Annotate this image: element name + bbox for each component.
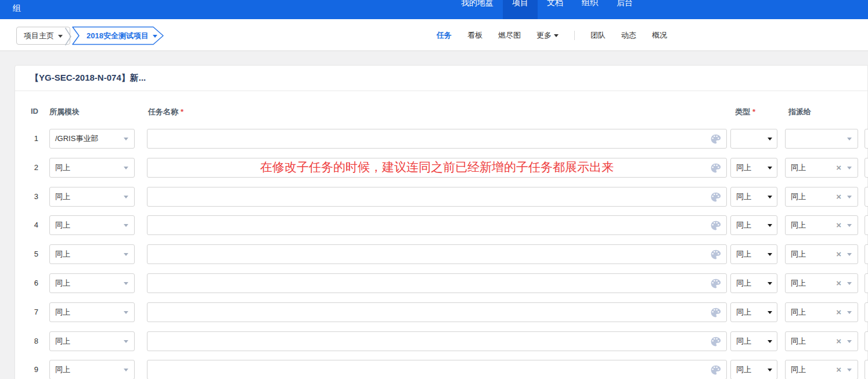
type-select[interactable]: 同上	[730, 244, 777, 264]
type-select[interactable]: 同上	[730, 158, 777, 178]
module-select[interactable]: 同上	[49, 187, 135, 207]
type-select-value: 同上	[736, 274, 751, 293]
color-palette-icon[interactable]	[709, 335, 722, 348]
nav-item-label: 项目	[512, 0, 528, 12]
nav-item-4[interactable]: 后台	[607, 0, 642, 19]
clipped-next-column-field[interactable]	[865, 360, 868, 379]
color-palette-icon[interactable]	[709, 219, 722, 232]
clear-icon[interactable]: ×	[836, 245, 841, 264]
breadcrumb-project-chip[interactable]: 2018安全测试项目	[71, 26, 165, 45]
type-select[interactable]: 同上	[730, 215, 777, 235]
assignee-select[interactable]: 同上×	[785, 331, 858, 351]
task-name-input[interactable]	[147, 273, 727, 293]
task-name-input[interactable]	[147, 331, 727, 351]
chevron-down-icon	[124, 282, 128, 285]
clear-icon[interactable]: ×	[836, 216, 841, 234]
tab-secondary-0[interactable]: 团队	[590, 30, 606, 41]
type-select[interactable]: 同上	[730, 273, 777, 293]
color-palette-icon[interactable]	[709, 133, 722, 145]
color-palette-icon[interactable]	[709, 306, 722, 319]
type-select[interactable]: 同上	[730, 331, 777, 351]
project-tabs: 任务看板燃尽图更多团队动态概况	[437, 19, 667, 51]
tab-primary-3[interactable]: 更多	[536, 30, 559, 41]
clipped-next-column-field[interactable]	[865, 187, 868, 207]
tab-secondary-1[interactable]: 动态	[621, 30, 636, 41]
clipped-next-column-field[interactable]	[865, 302, 868, 322]
tab-primary-0[interactable]: 任务	[437, 30, 452, 41]
task-name-input[interactable]	[147, 215, 727, 235]
type-select-value: 同上	[736, 245, 751, 264]
task-name-input[interactable]	[147, 244, 727, 264]
module-select-value: 同上	[55, 303, 70, 322]
type-select[interactable]: 同上	[730, 302, 777, 322]
chevron-down-icon	[847, 196, 852, 198]
assignee-select-value: 同上	[791, 332, 806, 351]
clear-icon[interactable]: ×	[836, 360, 841, 379]
tab-label: 燃尽图	[498, 31, 521, 39]
assignee-select[interactable]: 同上×	[785, 302, 858, 322]
clipped-next-column-field[interactable]	[865, 129, 868, 149]
assignee-select[interactable]: 同上×	[785, 360, 858, 379]
chevron-down-icon	[768, 340, 772, 343]
nav-item-3[interactable]: 组织	[572, 0, 607, 19]
clipped-next-column-field[interactable]	[865, 215, 868, 235]
color-palette-icon[interactable]	[709, 364, 722, 376]
breadcrumb-home-button[interactable]: 项目主页	[16, 27, 70, 45]
tab-primary-2[interactable]: 燃尽图	[498, 30, 521, 41]
type-select[interactable]: 同上	[730, 187, 777, 207]
chevron-down-icon	[124, 340, 128, 343]
task-row-id: 6	[26, 273, 38, 293]
assignee-select[interactable]: 同上×	[785, 273, 858, 293]
module-select[interactable]: 同上	[49, 302, 135, 322]
chevron-down-icon	[847, 311, 852, 314]
module-select[interactable]: 同上	[49, 360, 135, 379]
column-header-assignee: 指派给	[788, 107, 811, 117]
type-select[interactable]	[730, 129, 777, 149]
assignee-select[interactable]: 同上×	[785, 244, 858, 264]
color-palette-icon[interactable]	[709, 162, 722, 174]
type-select[interactable]: 同上	[730, 360, 777, 379]
module-select[interactable]: 同上	[49, 215, 135, 235]
chevron-down-icon	[847, 253, 852, 256]
assignee-select[interactable]: 同上×	[785, 215, 858, 235]
chevron-down-icon	[124, 196, 128, 198]
type-select-value: 同上	[736, 332, 751, 351]
nav-item-2[interactable]: 文档	[538, 0, 572, 19]
clear-icon[interactable]: ×	[836, 158, 841, 177]
color-palette-icon[interactable]	[709, 277, 722, 290]
tab-primary-1[interactable]: 看板	[467, 30, 482, 41]
chevron-down-icon	[768, 167, 772, 169]
task-name-input[interactable]	[147, 360, 727, 379]
clipped-next-column-field[interactable]	[865, 331, 868, 351]
clipped-next-column-field[interactable]	[865, 158, 868, 178]
clipped-next-column-field[interactable]	[865, 273, 868, 293]
task-name-input[interactable]	[147, 302, 727, 322]
task-name-input[interactable]	[147, 187, 727, 207]
assignee-select[interactable]: 同上×	[785, 158, 858, 178]
assignee-select[interactable]: 同上×	[785, 187, 858, 207]
nav-item-label: 我的地盘	[461, 0, 494, 12]
type-select-value: 同上	[736, 158, 751, 177]
nav-item-0[interactable]: 我的地盘	[452, 0, 503, 19]
module-select[interactable]: 同上	[49, 331, 135, 351]
color-palette-icon[interactable]	[709, 191, 722, 203]
clear-icon[interactable]: ×	[836, 274, 841, 293]
nav-item-label: 组织	[582, 0, 598, 12]
module-select[interactable]: 同上	[49, 158, 135, 178]
nav-item-1[interactable]: 项目	[503, 0, 538, 19]
task-name-input[interactable]	[147, 129, 727, 149]
top-navbar: 组 我的地盘项目文档组织后台	[0, 0, 868, 19]
clear-icon[interactable]: ×	[836, 187, 841, 206]
chevron-down-icon	[124, 138, 128, 140]
color-palette-icon[interactable]	[709, 248, 722, 261]
assignee-select[interactable]	[785, 129, 858, 149]
clear-icon[interactable]: ×	[836, 303, 841, 322]
tab-secondary-2[interactable]: 概况	[652, 30, 667, 41]
module-select[interactable]: 同上	[49, 273, 135, 293]
clear-icon[interactable]: ×	[836, 332, 841, 351]
module-select[interactable]: /GRIS事业部	[49, 129, 135, 149]
module-select[interactable]: 同上	[49, 244, 135, 264]
clipped-next-column-field[interactable]	[865, 244, 868, 264]
chevron-down-icon	[768, 138, 772, 140]
task-name-input[interactable]	[147, 158, 727, 178]
